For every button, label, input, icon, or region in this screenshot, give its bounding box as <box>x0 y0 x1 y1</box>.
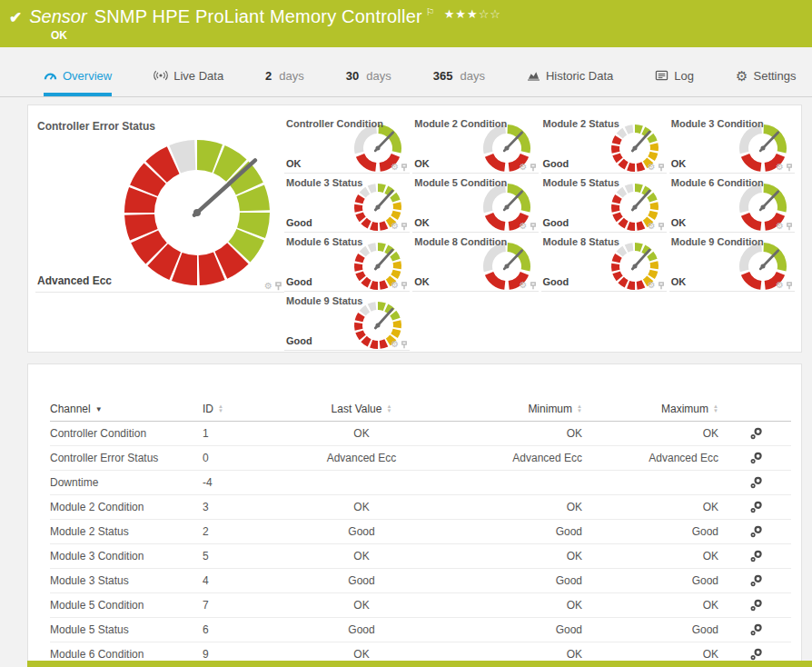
stars-empty: ☆☆ <box>479 7 501 21</box>
tile-pin-icon[interactable] <box>401 341 408 349</box>
cell-minimum: Good <box>430 617 582 642</box>
channel-settings-icon[interactable] <box>749 622 764 637</box>
tile-gear-icon[interactable]: ⚙ <box>648 163 656 172</box>
tile-pin-icon[interactable] <box>530 223 537 231</box>
cell-id: 1 <box>203 421 293 445</box>
gauge-value: OK <box>414 158 430 169</box>
tile-gear-icon[interactable]: ⚙ <box>264 282 272 291</box>
cell-last-value: Good <box>293 519 430 543</box>
table-row: Downtime -4 <box>50 470 791 494</box>
tile-gear-icon[interactable]: ⚙ <box>648 222 656 231</box>
cell-channel: Downtime <box>50 470 203 494</box>
tile-gear-icon[interactable]: ⚙ <box>391 222 399 231</box>
gauge-tile[interactable]: Module 2 Condition OK ⚙ <box>412 114 538 174</box>
channel-settings-icon[interactable] <box>749 549 764 563</box>
tile-pin-icon[interactable] <box>401 223 408 231</box>
column-header-maximum[interactable]: Maximum▲▼ <box>582 397 718 421</box>
tab-log[interactable]: Log <box>655 56 694 96</box>
column-header-minimum[interactable]: Minimum▲▼ <box>430 397 582 421</box>
tile-gear-icon[interactable]: ⚙ <box>391 340 399 349</box>
column-header-tools <box>718 397 791 421</box>
tile-pin-icon[interactable] <box>274 282 282 291</box>
cell-maximum: Advanced Ecc <box>582 445 718 470</box>
tile-gear-icon[interactable]: ⚙ <box>648 281 656 290</box>
column-header-last-value[interactable]: Last Value▲▼ <box>293 397 430 421</box>
cell-channel: Module 2 Status <box>50 519 203 543</box>
column-header-channel[interactable]: Channel▼ <box>50 397 203 421</box>
tab-number: 365 <box>433 69 453 83</box>
gauge-tile[interactable]: Controller Condition OK ⚙ <box>284 114 410 174</box>
tab-overview[interactable]: Overview <box>44 56 112 96</box>
controller-error-status-gauge <box>121 136 273 293</box>
gauge-tile[interactable]: Module 8 Status Good ⚙ <box>541 233 667 292</box>
tab-365-days[interactable]: 365 days <box>433 56 485 96</box>
tile-gear-icon[interactable]: ⚙ <box>776 163 784 172</box>
gauge-tile[interactable]: Module 6 Condition OK ⚙ <box>669 174 795 233</box>
tab-2-days[interactable]: 2 days <box>265 56 304 96</box>
channel-settings-icon[interactable] <box>749 475 764 490</box>
gauges-panel: Controller Error Status Advanced Ecc ⚙ C… <box>27 105 802 353</box>
tile-gear-icon[interactable]: ⚙ <box>391 163 399 172</box>
page-title: SNMP HPE ProLiant Memory Controller <box>94 6 422 27</box>
gauge-tile[interactable]: Module 5 Condition OK ⚙ <box>412 174 538 233</box>
gauge-title: Module 3 Status <box>284 174 410 188</box>
gauge-title: Module 9 Condition <box>669 233 795 247</box>
tile-pin-icon[interactable] <box>658 164 665 172</box>
gauge-tile[interactable]: Module 3 Status Good ⚙ <box>284 174 410 233</box>
tile-gear-icon[interactable]: ⚙ <box>520 163 528 172</box>
tile-gear-icon[interactable]: ⚙ <box>776 222 784 231</box>
tab-30-days[interactable]: 30 days <box>346 56 391 96</box>
tile-pin-icon[interactable] <box>786 223 793 231</box>
gauge-value: OK <box>671 217 687 228</box>
priority-stars[interactable]: ★★★☆☆ <box>444 7 501 21</box>
status-badge: OK <box>51 29 812 42</box>
channel-settings-icon[interactable] <box>749 647 764 662</box>
channel-settings-icon[interactable] <box>749 426 764 441</box>
cell-tools <box>718 543 791 568</box>
gauge-tile-controller-error-status[interactable]: Controller Error Status Advanced Ecc ⚙ <box>35 114 284 293</box>
tile-pin-icon[interactable] <box>658 223 665 231</box>
channel-settings-icon[interactable] <box>749 524 764 539</box>
tab-label: Log <box>674 69 694 83</box>
tile-pin-icon[interactable] <box>658 282 665 290</box>
cell-maximum: Good <box>582 519 718 543</box>
tile-gear-icon[interactable]: ⚙ <box>520 281 528 290</box>
tab-live-data[interactable]: Live Data <box>153 56 223 96</box>
tile-gear-icon[interactable]: ⚙ <box>776 281 784 290</box>
cell-channel: Module 5 Status <box>50 617 203 642</box>
tab-historic-data[interactable]: Historic Data <box>527 56 613 96</box>
gauge-tile[interactable]: Module 3 Condition OK ⚙ <box>669 114 795 174</box>
channel-settings-icon[interactable] <box>749 573 764 588</box>
sort-icon: ▲▼ <box>218 404 223 413</box>
gauge-tile[interactable]: Module 2 Status Good ⚙ <box>541 114 667 174</box>
gauge-value: OK <box>671 158 687 169</box>
gear-icon: ⚙ <box>736 69 748 83</box>
gauge-tile[interactable]: Module 9 Status Good ⚙ <box>284 292 410 351</box>
cell-tools <box>718 470 791 494</box>
channel-settings-icon[interactable] <box>749 598 764 612</box>
cell-maximum: Good <box>582 617 718 642</box>
gauge-tile-grid: Controller Condition OK ⚙ Module 2 Condi… <box>284 114 797 352</box>
tile-gear-icon[interactable]: ⚙ <box>520 222 528 231</box>
gauge-tile[interactable]: Module 8 Condition OK ⚙ <box>412 233 538 292</box>
tile-pin-icon[interactable] <box>401 164 408 172</box>
tile-pin-icon[interactable] <box>530 282 537 290</box>
tile-gear-icon[interactable]: ⚙ <box>391 281 399 290</box>
gauge-title: Controller Error Status <box>35 114 284 133</box>
tile-pin-icon[interactable] <box>786 282 793 290</box>
cell-tools <box>718 568 791 592</box>
gauge-tile[interactable]: Module 9 Condition OK ⚙ <box>669 233 795 292</box>
channel-settings-icon[interactable] <box>749 451 764 465</box>
tab-settings[interactable]: ⚙ Settings <box>736 56 796 96</box>
gauge-tile[interactable]: Module 6 Status Good ⚙ <box>284 233 410 292</box>
tile-pin-icon[interactable] <box>786 164 793 172</box>
gauge-title: Module 3 Condition <box>669 114 795 129</box>
cell-last-value: Advanced Ecc <box>293 445 430 470</box>
flag-icon[interactable]: ⚐ <box>426 6 435 18</box>
cell-maximum: Good <box>582 568 718 592</box>
gauge-tile[interactable]: Module 5 Status Good ⚙ <box>541 174 667 233</box>
tile-pin-icon[interactable] <box>530 164 537 172</box>
tile-pin-icon[interactable] <box>401 282 408 290</box>
column-header-id[interactable]: ID▲▼ <box>203 397 293 421</box>
channel-settings-icon[interactable] <box>749 500 764 514</box>
